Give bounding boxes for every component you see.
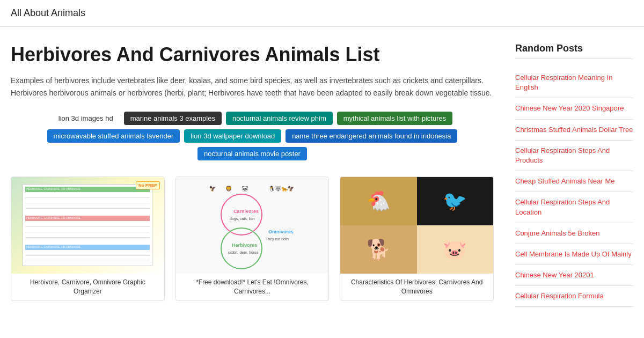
card-3: 🐔 🐦 🐕 🐷 Characteristics Of Herbivores, C… [340,177,494,301]
tag-8[interactable]: nocturnal animals movie poster [197,147,307,160]
svg-text:They eat both: They eat both [266,237,289,241]
card-2-caption: *Free download!* Let's Eat !Omnivores, C… [176,274,329,300]
mosaic-pig: 🐷 [417,225,493,274]
tag-3[interactable]: nocturnal animals review phim [226,112,333,125]
ws-line [25,252,150,256]
tag-1[interactable]: lion 3d images hd [52,112,120,125]
sidebar-link-7[interactable]: Conjure Animals 5e Broken [515,223,633,244]
ws-line [25,199,150,203]
ws-line [25,194,150,198]
sidebar-link-10[interactable]: Cellular Respiration Formula [515,286,633,307]
venn-diagram-svg: 🦅 🦁 🐼 🐧🐺🐆🦅 Carnivores dogs, cats, lion H… [199,180,306,271]
svg-point-7 [221,228,262,269]
tag-2[interactable]: marine animals 3 examples [124,112,222,125]
main-content: Herbivores And Carnivores Animals List E… [11,43,494,307]
ws-title-bar-3: HERBIVORE, CARNIVORE, OR OMNIVORE [25,245,150,250]
sidebar-link-4[interactable]: Cellular Respiration Steps And Products [515,141,633,171]
site-header: All About Animals [0,0,644,27]
sidebar-link-2[interactable]: Chinese New Year 2020 Singapore [515,98,633,119]
worksheet-inner: HERBIVORE, CARNIVORE, OR OMNIVORE HERBIV… [23,184,152,266]
ws-line [25,257,150,261]
sidebar-link-3[interactable]: Christmas Stuffed Animals Dollar Tree [515,120,633,141]
svg-text:Omnivores: Omnivores [268,229,294,234]
svg-text:rabbit, deer, horse: rabbit, deer, horse [228,251,259,254]
sidebar-link-1[interactable]: Cellular Respiration Meaning In English [515,68,633,98]
tag-6[interactable]: lion 3d wallpaper download [184,129,281,143]
mosaic-bird: 🐦 [417,177,493,225]
cards-grid: No PREP HERBIVORE, CARNIVORE, OR OMNIVOR… [11,177,494,301]
tag-7[interactable]: name three endangered animals found in i… [286,129,457,143]
sidebar-link-9[interactable]: Chinese New Year 20201 [515,265,633,286]
ws-line [25,233,150,238]
card-1-caption: Herbivore, Carnivore, Omnivore Graphic O… [11,274,164,300]
site-title: All About Animals [11,8,633,19]
svg-text:🦅: 🦅 [209,185,216,192]
page-title: Herbivores And Carnivores Animals List [11,43,494,66]
svg-text:🦁: 🦁 [225,185,232,192]
tag-4[interactable]: mythical animals list with pictures [337,112,452,125]
ws-title-bar-2: HERBIVORE, CARNIVORE, OR OMNIVORE [25,216,150,221]
svg-text:🐧🐺🐆🦅: 🐧🐺🐆🦅 [268,185,295,192]
sidebar-link-5[interactable]: Cheap Stuffed Animals Near Me [515,171,633,192]
card-1: No PREP HERBIVORE, CARNIVORE, OR OMNIVOR… [11,177,165,301]
card-1-image: No PREP HERBIVORE, CARNIVORE, OR OMNIVOR… [11,177,164,274]
ws-line [25,204,150,209]
svg-text:Herbivores: Herbivores [232,243,257,248]
card-3-caption: Characteristics Of Herbivores, Carnivore… [340,274,493,300]
svg-point-4 [221,194,262,235]
mosaic-chicken: 🐔 [340,177,416,225]
card-2: 🦅 🦁 🐼 🐧🐺🐆🦅 Carnivores dogs, cats, lion H… [175,177,330,301]
svg-text:🐼: 🐼 [241,185,248,192]
mosaic-dog: 🐕 [340,225,416,274]
sidebar: Random Posts Cellular Respiration Meanin… [515,43,633,307]
sidebar-link-6[interactable]: Cellular Respiration Steps And Location [515,192,633,223]
svg-text:dogs, cats, lion: dogs, cats, lion [230,217,255,221]
ws-line [25,223,150,227]
page-layout: Herbivores And Carnivores Animals List E… [0,27,644,323]
sidebar-title: Random Posts [515,43,633,59]
card-3-image: 🐔 🐦 🐕 🐷 [340,177,493,274]
tags-container: lion 3d images hd marine animals 3 examp… [11,112,494,160]
intro-text: Examples of herbivores include vertebrat… [11,75,494,99]
card-2-image: 🦅 🦁 🐼 🐧🐺🐆🦅 Carnivores dogs, cats, lion H… [176,177,329,274]
ws-line [25,228,150,232]
tag-5[interactable]: microwavable stuffed animals lavender [47,129,180,143]
sidebar-link-8[interactable]: Cell Membrane Is Made Up Of Mainly [515,244,633,265]
no-prep-badge: No PREP [136,181,160,189]
svg-text:Carnivores: Carnivores [233,209,259,214]
ws-title-bar: HERBIVORE, CARNIVORE, OR OMNIVORE [25,187,150,192]
